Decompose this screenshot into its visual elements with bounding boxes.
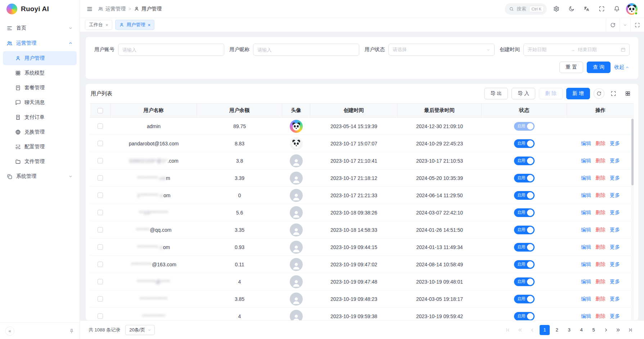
delete-link[interactable]: 删除 <box>595 158 605 164</box>
jump-forward-button[interactable] <box>613 325 623 335</box>
tab-users[interactable]: 用户管理 × <box>115 20 155 30</box>
more-link[interactable]: 更多 <box>610 209 620 216</box>
maximize-content-button[interactable] <box>630 18 644 32</box>
language-button[interactable] <box>581 3 592 15</box>
import-button[interactable]: 导 入 <box>512 88 535 99</box>
delete-link[interactable]: 删除 <box>595 296 605 302</box>
row-checkbox[interactable] <box>98 313 103 319</box>
maximize-table-button[interactable] <box>608 88 619 99</box>
edit-link[interactable]: 编辑 <box>581 244 591 250</box>
row-checkbox[interactable] <box>98 123 103 129</box>
page-2-button[interactable]: 2 <box>552 325 562 335</box>
more-link[interactable]: 更多 <box>610 140 620 147</box>
page-4-button[interactable]: 4 <box>576 325 586 335</box>
edit-link[interactable]: 编辑 <box>581 192 591 199</box>
sidebar-item-operations[interactable]: 运营管理 <box>3 36 77 50</box>
status-toggle[interactable]: 启用 <box>514 191 535 200</box>
pin-icon[interactable] <box>69 328 75 334</box>
tab-menu-button[interactable] <box>620 18 630 32</box>
delete-link[interactable]: 删除 <box>595 244 605 250</box>
fullscreen-button[interactable] <box>596 3 607 15</box>
dark-mode-button[interactable] <box>566 3 577 15</box>
delete-link[interactable]: 删除 <box>595 261 605 268</box>
more-link[interactable]: 更多 <box>610 244 620 250</box>
edit-link[interactable]: 编辑 <box>581 261 591 268</box>
refresh-table-button[interactable] <box>594 88 604 99</box>
more-link[interactable]: 更多 <box>610 313 620 320</box>
sidebar-item-config[interactable]: 配置管理 <box>3 140 77 154</box>
row-checkbox[interactable] <box>98 210 103 215</box>
status-toggle[interactable]: 启用 <box>514 157 535 165</box>
edit-link[interactable]: 编辑 <box>581 227 591 233</box>
status-select[interactable]: 请选择 <box>388 44 495 56</box>
sidebar-item-files[interactable]: 文件管理 <box>3 154 77 168</box>
row-checkbox[interactable] <box>98 227 103 232</box>
more-link[interactable]: 更多 <box>610 158 620 164</box>
status-toggle[interactable]: 启用 <box>514 174 535 182</box>
menu-toggle-icon[interactable] <box>86 6 93 12</box>
edit-link[interactable]: 编辑 <box>581 279 591 285</box>
breadcrumb-users[interactable]: 用户管理 <box>134 6 162 12</box>
search-button[interactable]: 查 询 <box>587 62 611 73</box>
jump-back-button[interactable] <box>515 325 525 335</box>
account-input[interactable] <box>118 44 224 56</box>
sidebar-item-home[interactable]: 首页 <box>3 21 77 35</box>
page-3-button[interactable]: 3 <box>564 325 574 335</box>
user-avatar-button[interactable] <box>626 3 638 15</box>
add-button[interactable]: 新 增 <box>566 88 590 99</box>
edit-link[interactable]: 编辑 <box>581 158 591 164</box>
global-search[interactable]: 搜索 Ctrl K <box>505 3 547 15</box>
more-link[interactable]: 更多 <box>610 261 620 268</box>
more-link[interactable]: 更多 <box>610 175 620 181</box>
status-toggle[interactable]: 启用 <box>514 260 535 269</box>
edit-link[interactable]: 编辑 <box>581 209 591 216</box>
edit-link[interactable]: 编辑 <box>581 175 591 181</box>
delete-link[interactable]: 删除 <box>595 227 605 233</box>
row-checkbox[interactable] <box>98 296 103 302</box>
edit-link[interactable]: 编辑 <box>581 296 591 302</box>
first-page-button[interactable] <box>503 325 513 335</box>
sidebar-item-packages[interactable]: 套餐管理 <box>3 81 77 95</box>
column-settings-button[interactable] <box>622 88 633 99</box>
sidebar-item-system[interactable]: 系统管理 <box>3 169 77 184</box>
delete-link[interactable]: 删除 <box>595 140 605 147</box>
export-button[interactable]: 导 出 <box>484 88 508 99</box>
more-link[interactable]: 更多 <box>610 279 620 285</box>
status-toggle[interactable]: 启用 <box>514 139 535 148</box>
reset-button[interactable]: 重 置 <box>559 62 583 73</box>
date-range-picker[interactable]: 开始日期 → 结束日期 <box>523 44 630 56</box>
page-1-button[interactable]: 1 <box>540 325 550 335</box>
row-checkbox[interactable] <box>98 141 103 146</box>
status-toggle[interactable]: 启用 <box>514 295 535 303</box>
prev-page-button[interactable] <box>527 325 537 335</box>
settings-button[interactable] <box>550 3 562 15</box>
nickname-input[interactable] <box>253 44 359 56</box>
scrollbar-thumb[interactable] <box>631 119 634 185</box>
sidebar-item-payment-orders[interactable]: 支付订单 <box>3 110 77 124</box>
row-checkbox[interactable] <box>98 244 103 250</box>
breadcrumb-operations[interactable]: 运营管理 <box>98 6 126 12</box>
sidebar-item-chat-messages[interactable]: 聊天消息 <box>3 95 77 109</box>
more-link[interactable]: 更多 <box>610 192 620 199</box>
row-checkbox[interactable] <box>98 193 103 198</box>
delete-link[interactable]: 删除 <box>595 175 605 181</box>
status-toggle[interactable]: 启用 <box>514 122 535 131</box>
edit-link[interactable]: 编辑 <box>581 140 591 147</box>
close-icon[interactable]: × <box>148 23 151 27</box>
delete-button[interactable]: 删 除 <box>539 88 563 99</box>
page-5-button[interactable]: 5 <box>589 325 599 335</box>
status-toggle[interactable]: 启用 <box>514 243 535 252</box>
sidebar-item-exchange[interactable]: 兑换管理 <box>3 125 77 139</box>
more-link[interactable]: 更多 <box>610 227 620 233</box>
last-page-button[interactable] <box>625 325 635 335</box>
edit-link[interactable]: 编辑 <box>581 313 591 320</box>
status-toggle[interactable]: 启用 <box>514 226 535 234</box>
row-checkbox[interactable] <box>98 175 103 181</box>
select-all-checkbox[interactable] <box>98 108 103 113</box>
sidebar-item-models[interactable]: 系统模型 <box>3 66 77 80</box>
delete-link[interactable]: 删除 <box>595 313 605 320</box>
notifications-button[interactable] <box>611 3 622 15</box>
app-logo[interactable]: Ruoyi AI <box>0 0 80 18</box>
status-toggle[interactable]: 启用 <box>514 208 535 217</box>
delete-link[interactable]: 删除 <box>595 192 605 199</box>
